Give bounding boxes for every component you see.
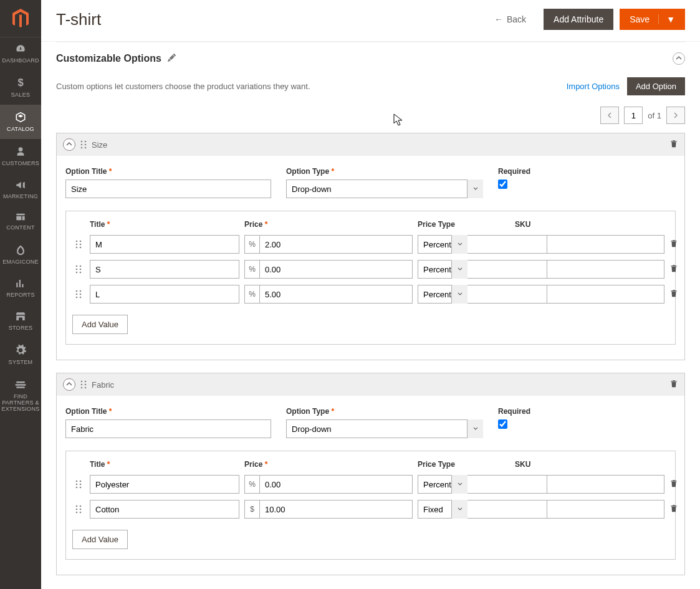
value-price-type-select[interactable] [418,260,547,279]
option-type-select[interactable] [286,419,483,438]
back-button[interactable]: ← Back [484,9,536,30]
nav-item-marketing[interactable]: MARKETING [0,173,41,206]
value-price-type-select[interactable] [418,235,547,254]
option-name: Size [92,140,669,150]
pencil-icon[interactable] [168,54,176,64]
nav-item-catalog[interactable]: CATALOG [0,105,41,139]
value-price-type-select[interactable] [418,475,547,494]
svg-point-3 [81,144,83,146]
drag-handle-icon[interactable] [72,290,85,299]
drag-handle-icon[interactable] [72,480,85,489]
bars-icon [15,278,26,290]
value-price-input[interactable] [259,500,413,519]
drag-handle-icon[interactable] [72,240,85,249]
save-dropdown-caret[interactable]: ▼ [658,14,675,24]
svg-point-39 [76,509,78,510]
add-value-button[interactable]: Add Value [72,530,128,549]
drag-handle-icon[interactable] [72,505,85,514]
option-type-select[interactable] [286,180,483,198]
option-card: Size Option Title * Option Type * Requir… [56,133,685,360]
svg-point-27 [81,384,83,386]
nav-item-reports[interactable]: REPORTS [0,272,41,305]
nav-item-content[interactable]: CONTENT [0,206,41,237]
delete-option-button[interactable] [669,139,678,151]
delete-value-button[interactable] [669,239,684,251]
nav-item-dashboard[interactable]: DASHBOARD [0,37,41,70]
option-type-label: Option Type * [286,407,483,416]
drag-handle-icon[interactable] [80,140,87,149]
delete-value-button[interactable] [669,264,684,275]
megaphone-icon [14,180,27,192]
nav-item-find-partners-extensions[interactable]: FIND PARTNERS & EXTENSIONS [0,372,41,419]
collapse-option-button[interactable] [63,138,75,151]
svg-point-37 [76,505,78,507]
option-title-input[interactable] [65,180,271,198]
pager-of-label: of 1 [648,111,661,120]
value-title-input[interactable] [90,260,239,279]
save-button[interactable]: Save ▼ [620,9,685,30]
svg-point-34 [80,484,82,486]
svg-point-11 [76,247,78,249]
add-option-button[interactable]: Add Option [627,77,685,95]
col-price: Price * [244,460,413,469]
delete-option-button[interactable] [669,379,678,391]
svg-point-28 [85,384,87,386]
value-price-input[interactable] [259,260,413,279]
dollar-icon: $ [15,77,26,90]
value-price-type-select[interactable] [418,285,547,304]
price-prefix: % [244,285,259,304]
price-prefix: % [244,235,259,254]
value-row: % [72,235,669,254]
svg-point-15 [76,269,78,271]
value-price-input[interactable] [259,285,413,304]
svg-text:$: $ [17,77,23,88]
price-prefix: % [244,475,259,494]
svg-point-16 [80,269,82,271]
delete-value-button[interactable] [669,289,684,300]
delete-value-button[interactable] [669,504,684,515]
nav-item-customers[interactable]: CUSTOMERS [0,139,41,173]
add-attribute-button[interactable]: Add Attribute [544,9,613,30]
value-title-input[interactable] [90,285,239,304]
value-row: $ [72,500,669,519]
magento-logo[interactable] [0,0,41,37]
svg-point-21 [76,294,78,295]
nav-item-emagicone[interactable]: EMAGICONE [0,237,41,272]
svg-point-1 [81,141,83,143]
collapse-option-button[interactable] [63,378,75,391]
drag-handle-icon[interactable] [72,265,85,274]
option-card: Fabric Option Title * Option Type * Requ… [56,373,685,575]
svg-point-22 [80,294,82,295]
import-options-link[interactable]: Import Options [567,82,620,91]
svg-point-19 [76,290,78,292]
svg-point-10 [80,244,82,246]
arrow-left-icon: ← [494,14,503,24]
drag-handle-icon[interactable] [80,380,87,389]
collapse-section-button[interactable] [673,52,685,65]
svg-point-35 [76,487,78,489]
svg-point-7 [76,241,78,242]
delete-value-button[interactable] [669,479,684,491]
value-price-input[interactable] [259,235,413,254]
value-title-input[interactable] [90,500,239,519]
nav-item-stores[interactable]: STORES [0,305,41,338]
pager-next-button[interactable] [666,107,685,124]
col-sku: SKU [515,460,664,469]
values-table: Title * Price * Price Type SKU % [65,211,676,345]
value-title-input[interactable] [90,235,239,254]
pager-prev-button[interactable] [600,107,619,124]
value-title-input[interactable] [90,475,239,494]
add-value-button[interactable]: Add Value [72,315,128,334]
nav-item-system[interactable]: SYSTEM [0,338,41,372]
nav-item-sales[interactable]: $SALES [0,70,41,105]
option-title-input[interactable] [65,419,271,438]
svg-point-29 [81,387,83,389]
layout-icon [15,212,26,223]
required-checkbox[interactable] [498,180,507,189]
value-price-input[interactable] [259,475,413,494]
svg-point-36 [80,487,82,489]
pager-page-input[interactable] [624,107,643,124]
value-price-type-select[interactable] [418,500,547,519]
required-checkbox[interactable] [498,419,507,429]
gear-icon [14,344,27,358]
